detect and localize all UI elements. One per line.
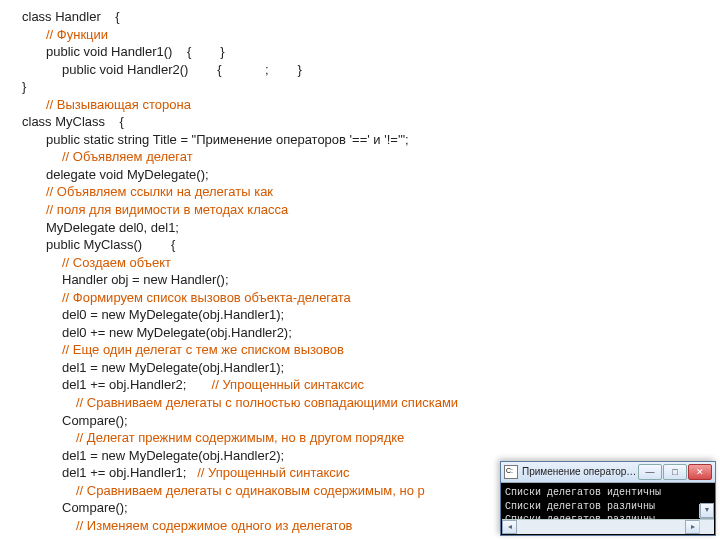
code-line: // Объявляем делегат — [22, 148, 720, 166]
code-line: class MyClass { — [22, 113, 720, 131]
titlebar[interactable]: Применение операторов '... — □ ✕ — [501, 462, 715, 483]
scroll-down-icon[interactable]: ▾ — [700, 503, 714, 518]
code-line: // Формируем список вызовов объекта-деле… — [22, 289, 720, 307]
app-icon — [504, 465, 518, 479]
code-line: del0 = new MyDelegate(obj.Handler1); — [22, 306, 720, 324]
code-line: public MyClass() { — [22, 236, 720, 254]
code-line: // Функции — [22, 26, 720, 44]
maximize-button[interactable]: □ — [663, 464, 687, 480]
scroll-left-icon[interactable]: ◂ — [502, 520, 517, 534]
code-line: // Еще один делегат с тем же списком выз… — [22, 341, 720, 359]
code-line: } — [22, 78, 720, 96]
code-line: // Сравниваем делегаты с полностью совпа… — [22, 394, 720, 412]
code-line: MyDelegate del0, del1; — [22, 219, 720, 237]
horizontal-scrollbar[interactable]: ◂ ▸ — [502, 519, 700, 534]
close-button[interactable]: ✕ — [688, 464, 712, 480]
scroll-right-icon[interactable]: ▸ — [685, 520, 700, 534]
minimize-button[interactable]: — — [638, 464, 662, 480]
code-line: // Создаем объект — [22, 254, 720, 272]
code-line: // Вызывающая сторона — [22, 96, 720, 114]
code-line: del1 = new MyDelegate(obj.Handler1); — [22, 359, 720, 377]
code-line: delegate void MyDelegate(); — [22, 166, 720, 184]
code-line: // Делегат прежним содержимым, но в друг… — [22, 429, 720, 447]
code-line: public void Handler1() { } — [22, 43, 720, 61]
code-line: del0 += new MyDelegate(obj.Handler2); — [22, 324, 720, 342]
code-line: // поля для видимости в методах класса — [22, 201, 720, 219]
vertical-scrollbar[interactable]: ▴ ▾ — [699, 504, 714, 518]
console-window: Применение операторов '... — □ ✕ Списки … — [500, 461, 716, 536]
code-line: public void Handler2() { ; } — [22, 61, 720, 79]
code-block: class Handler {// Функцииpublic void Han… — [0, 0, 720, 534]
code-line: public static string Title = "Применение… — [22, 131, 720, 149]
code-line: // Объявляем ссылки на делегаты как — [22, 183, 720, 201]
code-line: del1 += obj.Handler2; // Упрощенный синт… — [22, 376, 720, 394]
code-line: class Handler { — [22, 8, 720, 26]
window-title: Применение операторов '... — [522, 465, 638, 479]
code-line: Handler obj = new Handler(); — [22, 271, 720, 289]
resize-grip[interactable] — [699, 519, 714, 534]
code-line: Compare(); — [22, 412, 720, 430]
